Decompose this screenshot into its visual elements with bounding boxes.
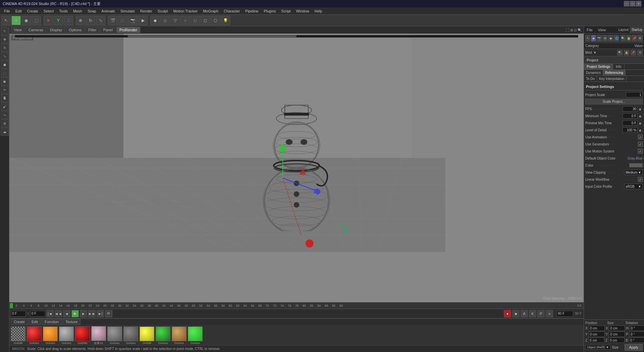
rot-h[interactable] <box>630 325 644 331</box>
mat-tab-edit[interactable]: Edit <box>29 319 41 325</box>
left-poly[interactable]: ◼ <box>1 60 9 69</box>
coord-type-dropdown[interactable]: Object (Rel∇) ▼ <box>585 345 610 350</box>
prev-min-time-stepper[interactable]: ▲ <box>638 121 643 125</box>
pos-z[interactable] <box>588 338 604 343</box>
left-move[interactable]: ✥ <box>1 35 9 43</box>
left-select[interactable]: ↖ <box>1 27 9 35</box>
rt-tab-file[interactable]: File <box>584 27 595 33</box>
mod-search[interactable]: 🔍 <box>617 50 623 55</box>
material-swatch-6[interactable]: OctGlos <box>107 326 122 345</box>
tl-play[interactable]: ▶ <box>71 310 79 317</box>
toolbar-scale[interactable]: ⤡ <box>96 16 105 25</box>
menu-pipeline[interactable]: Pipeline <box>243 8 261 14</box>
tl-fwd-frame[interactable]: ► <box>80 310 87 317</box>
tab-cameras[interactable]: Cameras <box>25 27 47 33</box>
toolbar-render[interactable]: 🎥 <box>118 16 127 25</box>
viewport-3d[interactable]: Perspective Grid Spacing : 1000 cm ◄ ► <box>9 34 584 302</box>
tl-back-frame[interactable]: ◄ <box>63 310 70 317</box>
tl-layers[interactable]: ≡ <box>546 310 553 317</box>
toolbar-render2[interactable]: 📷 <box>128 16 138 25</box>
toolbar-circle[interactable]: ◉ <box>21 16 31 25</box>
menu-mograph[interactable]: MoGraph <box>200 8 221 14</box>
toolbar-obj1[interactable]: ◆ <box>150 16 160 25</box>
menu-simulate[interactable]: Simulate <box>118 8 138 14</box>
fps-stepper-up[interactable]: ▲ <box>638 107 643 111</box>
tl-go-end[interactable]: ►| <box>97 310 104 317</box>
vp-icon-4[interactable]: 🔍 <box>578 28 582 32</box>
left-rotate[interactable]: ↻ <box>1 44 9 52</box>
tab-filter[interactable]: Filter <box>85 27 99 33</box>
input-level-of-detail[interactable] <box>623 127 638 133</box>
rot-p[interactable] <box>629 332 644 337</box>
menu-script[interactable]: Script <box>279 8 293 14</box>
menu-tools[interactable]: Tools <box>56 8 70 14</box>
toolbar-z[interactable]: Z <box>64 16 73 25</box>
dropdown-input-color-profile[interactable]: sRGB ▼ <box>624 184 643 189</box>
frame-input-2[interactable] <box>30 311 45 317</box>
tl-key[interactable]: K <box>529 310 536 317</box>
maximize-button[interactable]: □ <box>630 1 635 6</box>
toolbar-obj5[interactable]: □ <box>191 16 200 25</box>
toolbar-obj4[interactable]: ○ <box>180 16 190 25</box>
scroll-thumb-h[interactable] <box>128 35 297 37</box>
toolbar-obj3[interactable]: ▽ <box>170 16 180 25</box>
menu-character[interactable]: Character <box>221 8 243 14</box>
toolbar-add[interactable]: + <box>11 16 21 25</box>
material-swatch-11[interactable]: OctGlos <box>188 326 203 345</box>
ri-cursor[interactable]: ↖ <box>585 35 590 42</box>
toolbar-cursor[interactable]: ↖ <box>1 16 11 25</box>
tab-todo[interactable]: To Do <box>584 76 597 82</box>
current-frame-input[interactable] <box>11 311 26 317</box>
tab-project-settings[interactable]: Project Settings <box>584 64 613 70</box>
mod-gear[interactable]: ⚙ <box>637 50 643 55</box>
vp-icon-1[interactable]: ⛶ <box>566 28 569 32</box>
left-terrain[interactable]: ⛰ <box>1 128 9 136</box>
toolbar-move[interactable]: ⊕ <box>76 16 85 25</box>
left-s[interactable]: S <box>1 94 9 102</box>
ri-material[interactable]: ◉ <box>608 35 613 42</box>
tl-pos[interactable]: P <box>537 310 545 317</box>
rot-b[interactable] <box>629 338 644 343</box>
left-smooth[interactable]: ◉ <box>1 77 9 85</box>
mat-tab-texture[interactable]: Texture <box>62 319 80 325</box>
checkbox-use-motion-system[interactable]: ✓ <box>638 149 643 153</box>
material-swatch-9[interactable]: OctGlos <box>156 326 170 345</box>
mod-pin[interactable]: 📌 <box>631 50 636 55</box>
menu-create[interactable]: Create <box>24 8 41 14</box>
close-button[interactable]: ✕ <box>636 1 641 6</box>
tab-display[interactable]: Display <box>47 27 65 33</box>
min-time-stepper[interactable]: ▲ <box>638 114 643 118</box>
tab-prorender[interactable]: ProRender <box>116 27 140 33</box>
tab-view[interactable]: View <box>11 27 25 33</box>
pos-y[interactable] <box>589 332 605 337</box>
menu-animate[interactable]: Animate <box>99 8 118 14</box>
checkbox-linear-workflow[interactable]: ✓ <box>638 177 643 182</box>
ri-search[interactable]: 🔍 <box>621 35 626 42</box>
tl-back-key[interactable]: ◄◄ <box>55 310 62 317</box>
material-swatch-10[interactable]: OctGlos <box>172 326 186 345</box>
input-project-scale[interactable] <box>626 92 643 97</box>
toolbar-anim[interactable]: ▶ <box>138 16 148 25</box>
menu-snap[interactable]: Snap <box>85 8 99 14</box>
menu-mesh[interactable]: Mesh <box>70 8 85 14</box>
input-preview-min-time[interactable] <box>623 120 638 126</box>
material-swatch-1[interactable]: OctGlos <box>27 326 42 345</box>
tl-auto[interactable]: A <box>521 310 528 317</box>
menu-file[interactable]: File <box>1 8 13 14</box>
input-minimum-time[interactable] <box>623 113 638 119</box>
size-y[interactable] <box>609 332 625 337</box>
menu-select[interactable]: Select <box>41 8 57 14</box>
checkbox-use-generators[interactable]: ✓ <box>638 142 643 146</box>
vp-icon-2[interactable]: ⊞ <box>570 28 573 32</box>
menu-plugins[interactable]: Plugins <box>261 8 278 14</box>
toolbar-rotate[interactable]: ↻ <box>86 16 95 25</box>
toolbar-obj6[interactable]: ◻ <box>201 16 210 25</box>
menu-sculpt[interactable]: Sculpt <box>155 8 171 14</box>
mod-arrow[interactable]: ▼ <box>593 51 596 54</box>
end-frame-input[interactable] <box>556 311 573 317</box>
size-x[interactable] <box>609 325 625 331</box>
layout-value[interactable]: Startup <box>630 27 644 33</box>
tab-info[interactable]: Info <box>613 64 625 70</box>
menu-motion-tracker[interactable]: Motion Tracker <box>170 8 200 14</box>
left-paint[interactable]: ✏ <box>1 86 9 94</box>
